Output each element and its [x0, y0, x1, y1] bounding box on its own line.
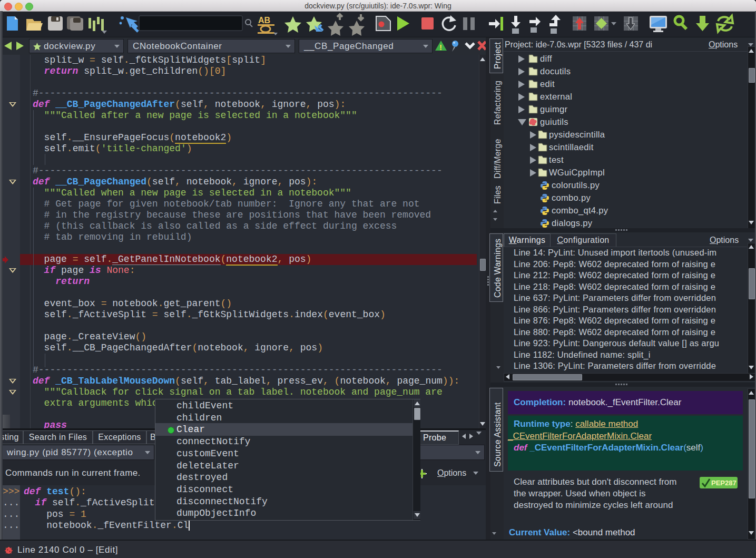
svg-text:!: !: [439, 43, 442, 52]
svg-text:AB: AB: [258, 16, 270, 25]
